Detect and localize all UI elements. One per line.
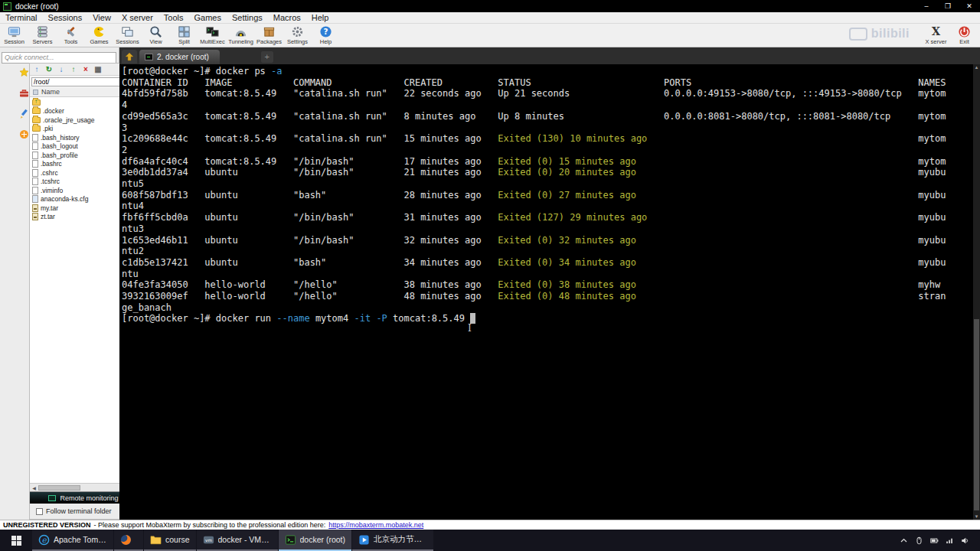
exit-icon xyxy=(958,25,971,38)
menu-item-terminal[interactable]: Terminal xyxy=(0,13,43,22)
toolbar-button-label: MultiExec xyxy=(200,38,225,45)
battery-icon[interactable] xyxy=(930,536,939,545)
quick-connect-input[interactable] xyxy=(2,52,116,64)
tree-icon[interactable]: ▦ xyxy=(93,66,103,73)
menu-item-view[interactable]: View xyxy=(87,13,116,22)
toolbar-settings-button[interactable]: Settings xyxy=(283,24,312,45)
file-name: .pki xyxy=(43,125,53,132)
menu-item-settings[interactable]: Settings xyxy=(227,13,268,22)
new-tab-button[interactable]: + xyxy=(261,51,273,63)
file-icon xyxy=(32,142,38,150)
path-input[interactable] xyxy=(31,77,126,86)
refresh-icon[interactable]: ↻ xyxy=(44,66,54,73)
sidebar-tab-macros[interactable] xyxy=(19,109,29,119)
unregistered-version-label: UNREGISTERED VERSION xyxy=(3,521,91,529)
toolbar-tunneling-button[interactable]: Tunneling xyxy=(227,24,255,45)
folder-icon xyxy=(32,108,41,114)
mobaxterm-app-icon xyxy=(3,2,11,11)
terminal[interactable]: [root@docker ~]# docker ps -aCONTAINER I… xyxy=(119,64,980,520)
file-name: .bash_history xyxy=(41,134,80,142)
menu-item-games[interactable]: Games xyxy=(189,13,227,22)
toolbar-button-label: Servers xyxy=(33,38,53,45)
file-name: .viminfo xyxy=(41,187,63,194)
download-icon[interactable]: ↓ xyxy=(57,66,66,73)
menu-item-macros[interactable]: Macros xyxy=(268,13,306,22)
minimize-button[interactable]: – xyxy=(916,0,937,12)
folder-up-icon[interactable]: ↑ xyxy=(32,66,41,73)
toolbar-games-button[interactable]: Games xyxy=(85,24,113,45)
taskbar-item-apache-tomcat-8[interactable]: eApache Tomcat/8... xyxy=(32,530,113,551)
toolbar-x-server-button[interactable]: XX server xyxy=(922,24,950,45)
terminal-scrollbar-thumb[interactable] xyxy=(974,319,979,510)
file-icon xyxy=(32,178,38,185)
terminal-icon xyxy=(145,54,153,60)
toolbar-button-label: Session xyxy=(4,38,24,45)
sidebar-tab-sftp[interactable] xyxy=(19,129,29,139)
start-button[interactable] xyxy=(0,530,32,551)
file-name: .tcshrc xyxy=(41,178,60,185)
scrollbar-thumb[interactable] xyxy=(38,485,80,491)
upload-icon[interactable]: ↑ xyxy=(69,66,78,73)
firefox-icon xyxy=(120,534,132,546)
window-title: docker (root) xyxy=(15,2,59,11)
terminal-line: 3e0db1dd37a4 ubuntu "/bin/bash" 21 minut… xyxy=(122,167,949,189)
toolbar-servers-button[interactable]: Servers xyxy=(28,24,57,45)
mobaxterm-icon xyxy=(285,534,296,546)
tab-label: 2. docker (root) xyxy=(157,53,209,61)
help-icon: ? xyxy=(319,25,332,38)
player-icon xyxy=(358,534,370,546)
file-name: .bash_profile xyxy=(41,152,78,159)
file-name: zt.tar xyxy=(41,213,55,220)
taskbar-item-course[interactable]: course xyxy=(144,530,196,551)
toolbar-packages-button[interactable]: Packages xyxy=(255,24,283,45)
status-bar: UNREGISTERED VERSION - Please support Mo… xyxy=(0,520,980,530)
archive-icon xyxy=(32,213,38,220)
toolbar-split-button[interactable]: Split xyxy=(170,24,198,45)
toolbar-button-label: Tunneling xyxy=(228,38,253,45)
terminal-line: df6a4afc40c4 tomcat:8.5.49 "/bin/bash" 1… xyxy=(122,156,949,168)
mobatek-link[interactable]: https://mobaxterm.mobatek.net xyxy=(328,521,423,529)
chevron-up-icon[interactable] xyxy=(900,536,908,545)
toolbar-button-label: View xyxy=(149,38,162,45)
toolbar-button-label: Settings xyxy=(287,38,308,45)
file-icon xyxy=(32,134,38,142)
maximize-button[interactable]: ❐ xyxy=(937,0,959,12)
scroll-left-icon[interactable]: ◀ xyxy=(30,485,38,491)
toolbar-tools-button[interactable]: Tools xyxy=(57,24,85,45)
taskbar-item-docker-vmware[interactable]: vmdocker - VMware... xyxy=(197,530,278,551)
terminal-scrollbar[interactable]: ▲ ▼ xyxy=(973,64,980,520)
menu-item-sessions[interactable]: Sessions xyxy=(43,13,88,22)
toolbar-multiexec-button[interactable]: MultiExec xyxy=(198,24,227,45)
scroll-up-icon[interactable]: ▲ xyxy=(973,65,980,70)
taskbar-item-firefox[interactable] xyxy=(114,530,143,551)
tab-docker-root[interactable]: 2. docker (root) xyxy=(139,50,220,64)
taskbar-item-docker-root[interactable]: docker (root) xyxy=(279,530,352,551)
sidebar-tab-tools[interactable] xyxy=(19,88,29,98)
toolbar-session-button[interactable]: Session xyxy=(0,24,28,45)
toolbar-help-button[interactable]: ?Help xyxy=(312,24,340,45)
toolbar-sessions-button[interactable]: Sessions xyxy=(113,24,142,45)
terminal-line: CONTAINER ID IMAGE COMMAND CREATED STATU… xyxy=(122,77,949,89)
mouse-icon[interactable] xyxy=(915,536,923,545)
scroll-down-icon[interactable]: ▼ xyxy=(973,514,980,519)
terminal-line: [root@docker ~]# docker ps -a xyxy=(122,66,949,77)
toolbar-exit-button[interactable]: Exit xyxy=(950,24,978,45)
volume-icon[interactable] xyxy=(961,536,969,545)
follow-terminal-checkbox[interactable] xyxy=(36,508,43,515)
menu-item-tools[interactable]: Tools xyxy=(158,13,189,22)
toolbar-button-label: Packages xyxy=(256,38,282,45)
terminal-output: [root@docker ~]# docker ps -aCONTAINER I… xyxy=(119,64,949,324)
taskbar-item-player[interactable]: 北京动力节点课程-... xyxy=(352,530,433,551)
star-icon xyxy=(19,67,29,77)
menu-item-x-server[interactable]: X server xyxy=(116,13,158,22)
stop-icon[interactable]: × xyxy=(81,66,90,73)
close-button[interactable]: ✕ xyxy=(959,0,980,12)
file-icon xyxy=(32,187,38,194)
toolbar-view-button[interactable]: View xyxy=(142,24,170,45)
status-message: - Please support MobaXterm by subscribin… xyxy=(94,521,326,529)
home-tab-button[interactable] xyxy=(122,50,137,64)
sidebar-tab-sessions[interactable] xyxy=(19,67,29,77)
menu-item-help[interactable]: Help xyxy=(306,13,335,22)
folder-icon xyxy=(150,534,162,546)
network-icon[interactable] xyxy=(946,536,954,545)
